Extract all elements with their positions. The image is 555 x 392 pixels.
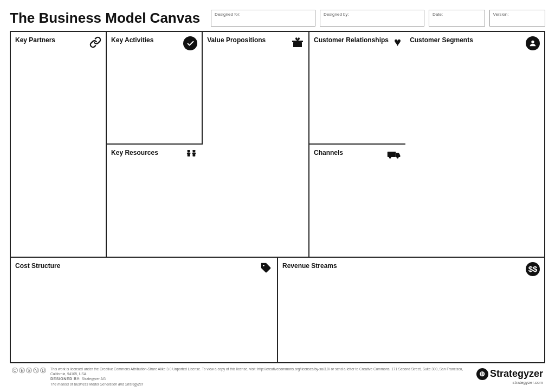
version-field[interactable]: Version: (489, 10, 545, 27)
strategyzer-name: Strategyzer (490, 368, 543, 380)
svg-rect-6 (192, 153, 196, 154)
price-tag-icon (260, 262, 273, 276)
svg-point-15 (531, 41, 534, 43)
strategyzer-icon: ⊕ (476, 368, 488, 380)
license-text: This work is licensed under the Creative… (50, 367, 463, 376)
canvas-top-section: Key Partners Key Activities (11, 32, 544, 258)
value-propositions-title-row: Value Propositions (207, 36, 304, 50)
customer-relationships-cell[interactable]: Customer Relationships ♥ (309, 32, 405, 145)
channels-label: Channels (314, 149, 343, 156)
mid-right-column: Customer Relationships ♥ Channels (309, 32, 405, 257)
value-propositions-label: Value Propositions (207, 36, 266, 44)
svg-rect-7 (192, 151, 196, 152)
key-activities-label: Key Activities (111, 36, 153, 44)
business-model-canvas: Key Partners Key Activities (10, 31, 545, 363)
creative-commons-icons: Ⓒ Ⓑ Ⓢ Ⓝ Ⓓ (12, 367, 46, 375)
key-resources-cell[interactable]: Key Resources (107, 145, 203, 256)
mid-left-column: Key Activities Key Resources (107, 32, 203, 257)
cost-structure-title-row: Cost Structure (15, 262, 273, 276)
date-value (433, 17, 481, 24)
truck-icon (387, 149, 401, 161)
key-resources-label: Key Resources (111, 149, 158, 156)
svg-rect-10 (297, 40, 299, 47)
designed-by-value (324, 17, 421, 24)
designed-for-label: Designed for: (215, 12, 312, 17)
customer-segments-title-row: Customer Segments (410, 36, 540, 50)
heart-icon: ♥ (394, 36, 401, 48)
channels-title-row: Channels (314, 149, 401, 161)
svg-rect-11 (388, 152, 396, 157)
date-field[interactable]: Date: (429, 10, 485, 27)
key-partners-label: Key Partners (15, 36, 55, 44)
cost-structure-label: Cost Structure (15, 262, 60, 270)
version-value (493, 17, 541, 24)
designed-for-field[interactable]: Designed for: (211, 10, 315, 27)
footer-designed-by-label: DESIGNED BY: (50, 377, 81, 381)
svg-point-16 (263, 265, 264, 266)
revenue-streams-cell[interactable]: Revenue Streams $ (278, 258, 544, 362)
workers-icon (184, 149, 198, 161)
revenue-streams-label: Revenue Streams (282, 262, 337, 270)
header-fields: Designed for: Designed by: Date: Version… (211, 10, 545, 27)
cost-structure-cell[interactable]: Cost Structure (11, 258, 278, 362)
key-resources-title-row: Key Resources (111, 149, 198, 161)
value-propositions-cell[interactable]: Value Propositions (203, 32, 309, 257)
check-icon (183, 36, 197, 50)
key-partners-cell[interactable]: Key Partners (11, 32, 107, 257)
canvas-bottom-section: Cost Structure Revenue Streams $ (11, 258, 544, 362)
designed-for-value (215, 17, 312, 24)
designed-by-label: Designed by: (324, 12, 421, 17)
footer-license-text: This work is licensed under the Creative… (50, 367, 476, 387)
strategyzer-logo: ⊕ Strategyzer (476, 368, 543, 380)
cc-icon: Ⓒ (12, 367, 18, 375)
key-partners-title-row: Key Partners (15, 36, 101, 50)
footer-tagline: The makers of Business Model Generation … (50, 382, 143, 386)
svg-point-13 (397, 156, 399, 159)
key-activities-title-row: Key Activities (111, 36, 197, 50)
designed-by-field[interactable]: Designed by: (320, 10, 424, 27)
customer-segments-label: Customer Segments (410, 36, 473, 44)
channels-cell[interactable]: Channels (309, 145, 405, 256)
svg-rect-3 (188, 151, 191, 152)
cc-by-icon: Ⓑ (19, 367, 25, 375)
footer: Ⓒ Ⓑ Ⓢ Ⓝ Ⓓ This work is licensed under th… (10, 363, 545, 387)
page-title: The Business Model Canvas (10, 10, 200, 27)
dollar-symbol: $ (528, 264, 538, 273)
strategyzer-url: strategyzer.com (513, 380, 543, 385)
revenue-streams-title-row: Revenue Streams $ (282, 262, 540, 276)
cc-nd-icon: Ⓓ (40, 367, 46, 375)
customer-segments-cell[interactable]: Customer Segments (405, 32, 544, 257)
key-activities-cell[interactable]: Key Activities (107, 32, 203, 145)
person-icon (526, 36, 540, 50)
dollar-icon: $ (526, 262, 540, 276)
header-row: The Business Model Canvas Designed for: … (10, 10, 545, 27)
customer-relationships-label: Customer Relationships (314, 36, 389, 44)
cc-sa-icon: Ⓢ (26, 367, 32, 375)
footer-right: ⊕ Strategyzer strategyzer.com (476, 368, 543, 385)
cc-nc-icon: Ⓝ (33, 367, 39, 375)
footer-designed-by-value: Strategyzer AG (82, 377, 106, 381)
customer-relationships-title-row: Customer Relationships ♥ (314, 36, 401, 48)
svg-rect-2 (187, 153, 191, 154)
svg-point-12 (389, 156, 391, 159)
gift-icon (291, 36, 304, 50)
version-label: Version: (493, 12, 541, 17)
link-icon (89, 36, 101, 50)
date-label: Date: (433, 12, 481, 17)
footer-left: Ⓒ Ⓑ Ⓢ Ⓝ Ⓓ This work is licensed under th… (12, 367, 476, 387)
